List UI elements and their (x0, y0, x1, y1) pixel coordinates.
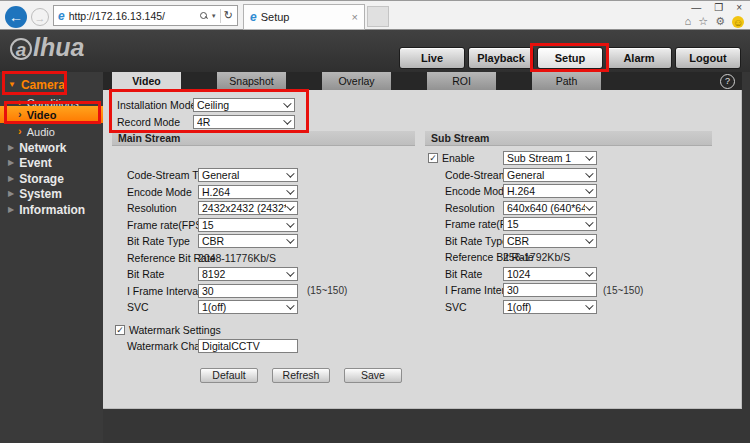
sub-code-stream-type-select[interactable]: General (503, 168, 597, 182)
sidebar-item-system[interactable]: ▶ System (0, 187, 103, 203)
main-reference-bit-rate-value: 2048-11776Kb/S (198, 252, 276, 264)
sidebar-item-camera[interactable]: ▼ Camera (0, 75, 103, 95)
sidebar-item-event[interactable]: ▶ Event (0, 156, 103, 172)
sub-stream-title: Sub Stream (425, 131, 712, 146)
sub-bit-rate-label: Bit Rate (445, 268, 482, 280)
new-tab-button[interactable] (367, 6, 389, 27)
close-tab-icon[interactable]: × (352, 11, 358, 23)
nav-alarm-button[interactable]: Alarm (606, 47, 672, 69)
triangle-right-icon: ▶ (8, 175, 14, 183)
sidebar-video-label: Video (27, 109, 57, 121)
chevron-down-icon (286, 219, 294, 227)
installation-mode-label: Installation Mode (117, 99, 196, 111)
nav-live-button[interactable]: Live (399, 47, 465, 69)
chevron-down-icon (585, 202, 593, 210)
main-stream-title: Main Stream (112, 131, 415, 146)
nav-setup-button[interactable]: Setup (537, 47, 603, 69)
sub-bit-rate-select[interactable]: 1024 (503, 267, 597, 281)
sidebar-item-audio[interactable]: › Audio (0, 124, 103, 139)
sub-bit-rate-type-select[interactable]: CBR (503, 234, 597, 248)
forward-arrow-icon: → (35, 12, 46, 24)
tab-snapshot[interactable]: Snapshot (217, 72, 286, 90)
content-panel: Video Snapshot Overlay ROI Path ? Instal… (103, 72, 742, 409)
watermark-settings-checkbox[interactable]: ✓ (115, 325, 125, 335)
triangle-right-icon: ▶ (8, 159, 14, 167)
chevron-down-icon (283, 99, 291, 107)
gear-icon[interactable]: ⚙ (715, 15, 725, 28)
sub-frame-rate-select[interactable]: 15 (503, 217, 597, 231)
sub-i-frame-interval-input[interactable] (503, 283, 597, 297)
main-code-stream-type-select[interactable]: General (198, 168, 298, 182)
sidebar-storage-label: Storage (19, 172, 64, 186)
record-mode-select[interactable]: 4R (193, 115, 295, 129)
record-mode-label: Record Mode (117, 116, 180, 128)
refresh-button[interactable]: Refresh (272, 368, 330, 383)
refresh-icon[interactable]: ↻ (224, 9, 233, 22)
sub-resolution-label: Resolution (445, 202, 495, 214)
save-button[interactable]: Save (344, 368, 402, 383)
address-divider (220, 9, 221, 23)
triangle-right-icon: ▶ (8, 144, 14, 152)
main-i-frame-interval-input[interactable] (198, 284, 298, 298)
tab-roi[interactable]: ROI (427, 72, 496, 90)
main-stream-section: Main Stream Code-Stream Type General Enc… (112, 131, 415, 355)
sub-svc-select[interactable]: 1(off) (503, 300, 597, 314)
watermark-character-input[interactable] (198, 339, 298, 353)
installation-mode-select[interactable]: Ceiling (193, 98, 295, 112)
tab-overlay[interactable]: Overlay (322, 72, 391, 90)
sub-encode-mode-label: Encode Mode (445, 185, 510, 197)
address-bar[interactable]: e http://172.16.13.145/ ▼ ↻ (53, 5, 238, 26)
default-button[interactable]: Default (200, 368, 258, 383)
sidebar-item-network[interactable]: ▶ Network (0, 140, 103, 156)
help-icon[interactable]: ? (720, 74, 735, 89)
sub-enable-checkbox[interactable]: ✓ (428, 153, 438, 163)
sub-stream-section: Sub Stream ✓ Enable Sub Stream 1 Code-St… (425, 131, 715, 315)
main-resolution-label: Resolution (127, 202, 177, 214)
browser-tab-setup[interactable]: e Setup × (243, 4, 365, 30)
feedback-smiley-icon[interactable]: ☺ (732, 16, 744, 28)
triangle-down-icon: ▼ (8, 81, 16, 89)
main-nav: Live Playback Setup Alarm Logout (399, 47, 741, 69)
chevron-down-icon (585, 186, 593, 194)
main-svc-select[interactable]: 1(off) (198, 300, 298, 314)
main-resolution-select[interactable]: 2432x2432 (2432*2432) (198, 201, 298, 215)
main-encode-mode-select[interactable]: H.264 (198, 185, 298, 199)
chevron-down-icon (286, 236, 294, 244)
browser-forward-button[interactable]: → (31, 8, 49, 26)
sidebar-camera-label: Camera (21, 78, 65, 92)
main-encode-mode-label: Encode Mode (127, 186, 192, 198)
tab-video[interactable]: Video (112, 72, 181, 90)
sub-encode-mode-select[interactable]: H.264 (503, 184, 597, 198)
chevron-down-icon (585, 153, 593, 161)
chevron-down-icon (286, 203, 294, 211)
main-frame-rate-select[interactable]: 15 (198, 218, 298, 232)
nav-playback-button[interactable]: Playback (468, 47, 534, 69)
restore-icon[interactable]: ❐ (714, 2, 723, 14)
nav-logout-button[interactable]: Logout (675, 47, 741, 69)
chevron-down-icon (286, 186, 294, 194)
browser-back-button[interactable]: ← (5, 6, 27, 28)
search-dropdown-icon[interactable]: ▼ (211, 13, 217, 19)
sidebar-item-storage[interactable]: ▶ Storage (0, 171, 103, 187)
installation-mode-row: Installation Mode Ceiling (103, 96, 423, 113)
favorites-star-icon[interactable]: ☆ (698, 15, 708, 28)
minimize-icon[interactable]: — (691, 2, 701, 14)
dahua-setup-screen: ← → e http://172.16.13.145/ ▼ ↻ e Setup … (0, 0, 750, 443)
main-bit-rate-type-select[interactable]: CBR (198, 234, 298, 248)
sub-stream-number-select[interactable]: Sub Stream 1 (503, 151, 597, 165)
sub-enable-label: Enable (442, 152, 475, 164)
home-icon[interactable]: ⌂ (685, 15, 692, 28)
sidebar-item-information[interactable]: ▶ Information (0, 202, 103, 218)
sub-resolution-select[interactable]: 640x640 (640*640) (503, 201, 597, 215)
chevron-right-icon: › (18, 126, 22, 137)
main-bit-rate-type-label: Bit Rate Type (127, 235, 190, 247)
sidebar-item-video[interactable]: › Video (0, 106, 103, 123)
main-bit-rate-select[interactable]: 8192 (198, 267, 298, 281)
tab-path[interactable]: Path (532, 72, 601, 90)
triangle-right-icon: ▶ (8, 190, 14, 198)
close-window-icon[interactable]: × (736, 2, 742, 14)
sub-i-frame-interval-hint: (15~150) (603, 285, 643, 296)
sidebar-audio-label: Audio (27, 126, 55, 138)
search-icon[interactable] (200, 12, 208, 20)
watermark-settings-row: ✓ Watermark Settings (112, 322, 415, 339)
